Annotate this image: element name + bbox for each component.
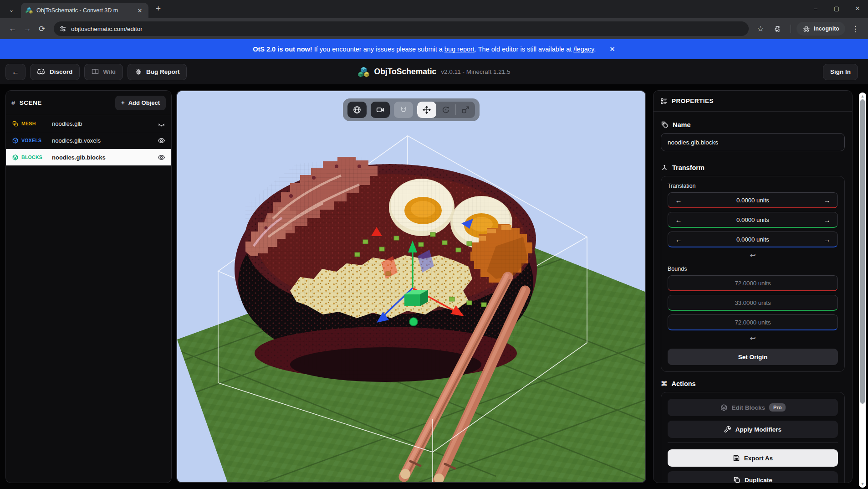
properties-body: Name Transform Translation ← 0.0000 unit… [654,112,852,483]
increment-arrow-icon[interactable]: → [817,216,837,224]
duplicate-button[interactable]: Duplicate [668,471,838,483]
translation-z-value[interactable]: 0.0000 units [689,236,817,243]
item-name: noodles.glb.voxels [52,137,158,144]
save-floppy-icon [733,454,740,462]
address-bar[interactable]: objtoschematic.com/editor [54,21,749,36]
properties-title: PROPERTIES [672,98,714,104]
bounds-x-field: 72.0000 units [668,275,838,291]
scene-item-mesh[interactable]: MESH noodles.glb [6,115,171,132]
divider [668,443,838,443]
bounds-z-value: 72.0000 units [668,319,837,326]
actions-card: Edit Blocks Pro Apply Modifiers Export A… [661,392,845,483]
scene-item-blocks[interactable]: BLOCKS noodles.glb.blocks [6,149,171,166]
magnet-icon [399,106,408,114]
browser-reload-icon[interactable]: ⟳ [35,21,49,36]
browser-tab[interactable]: ObjToSchematic - Convert 3D m ✕ [21,3,148,18]
export-as-button[interactable]: Export As [668,449,838,467]
scrollbar-down-icon[interactable]: ▼ [859,482,866,486]
eye-closed-icon[interactable] [158,120,165,128]
bug-report-link[interactable]: bug report [444,46,475,53]
eye-icon[interactable] [158,154,165,161]
name-label: Name [673,121,691,129]
scrollbar-thumb[interactable] [860,99,865,404]
tab-search-button[interactable]: ⌄ [5,3,18,16]
translation-label: Translation [668,183,838,189]
sign-in-button[interactable]: Sign In [823,64,858,80]
duplicate-label: Duplicate [745,477,772,484]
scene-panel: #SCENE +Add Object MESH noodles.glb VOXE… [5,90,172,483]
translation-x-value[interactable]: 0.0000 units [689,197,817,204]
extensions-puzzle-icon[interactable] [771,21,785,36]
bounds-y-field: 33.0000 units [668,295,838,311]
translation-y-value[interactable]: 0.0000 units [689,216,817,223]
bounds-label: Bounds [668,266,838,272]
edit-blocks-button[interactable]: Edit Blocks Pro [668,399,838,416]
bug-report-button[interactable]: Bug Report [128,64,187,80]
app-back-button[interactable]: ← [5,64,26,80]
translation-z-stepper: ← 0.0000 units → [668,232,838,247]
apply-modifiers-label: Apply Modifiers [735,426,781,433]
incognito-label: Incognito [814,26,839,32]
eye-icon[interactable] [158,137,165,144]
browser-back-icon[interactable]: ← [5,21,20,36]
decrement-arrow-icon[interactable]: ← [668,236,689,243]
translation-x-stepper: ← 0.0000 units → [668,192,838,208]
browser-menu-dots-icon[interactable]: ⋮ [848,21,863,36]
incognito-icon [802,26,810,32]
plus-icon: + [121,99,125,106]
3d-canvas[interactable] [177,91,646,483]
actions-section-header: ⌘ Actions [661,380,845,387]
banner-text-3: . [594,46,596,53]
viewport-toolbar [343,98,480,121]
window-controls: – ▢ ✕ [805,0,868,16]
app-logo [358,66,370,78]
scene-item-voxels[interactable]: VOXELS noodles.glb.voxels [6,132,171,149]
scrollbar[interactable]: ▲ ▼ [859,93,866,488]
transform-card: Translation ← 0.0000 units → ← 0.0000 un… [661,176,845,372]
reset-translation-icon[interactable]: ↩ [668,251,838,260]
decrement-arrow-icon[interactable]: ← [668,216,689,224]
bug-icon [135,68,142,76]
rotate-tool-button[interactable] [436,102,455,118]
bounds-z-field: 72.0000 units [668,314,838,330]
bookmark-star-icon[interactable]: ☆ [753,21,768,36]
browser-forward-icon[interactable]: → [20,21,35,36]
legacy-link[interactable]: /legacy [573,46,594,53]
increment-arrow-icon[interactable]: → [817,236,837,243]
reset-bounds-icon[interactable]: ↩ [668,334,838,343]
scrollbar-up-icon[interactable]: ▲ [859,94,866,98]
transform-axes-icon [661,164,668,171]
set-origin-button[interactable]: Set Origin [668,349,838,365]
add-object-button[interactable]: +Add Object [115,96,166,110]
hash-icon: # [11,99,15,107]
increment-arrow-icon[interactable]: → [817,196,837,204]
scale-tool-button[interactable] [456,102,475,118]
banner-text: If you encounter any issues please submi… [312,46,444,53]
window-close-icon[interactable]: ✕ [847,0,868,16]
window-maximize-icon[interactable]: ▢ [826,0,847,16]
new-tab-button[interactable]: + [156,4,161,14]
translation-y-stepper: ← 0.0000 units → [668,212,838,228]
decrement-arrow-icon[interactable]: ← [668,196,689,204]
site-settings-icon[interactable] [59,25,66,32]
tab-close-icon[interactable]: ✕ [136,6,144,15]
camera-button[interactable] [371,102,390,118]
move-tool-button[interactable] [417,102,436,118]
item-name: noodles.glb.blocks [52,154,158,161]
incognito-badge[interactable]: Incognito [797,22,845,36]
discord-button[interactable]: Discord [30,64,80,80]
snap-magnet-button[interactable] [394,102,413,118]
world-globe-button[interactable] [347,102,367,118]
banner-close-icon[interactable]: ✕ [609,45,615,53]
divider [791,25,791,33]
book-icon [92,68,99,75]
copy-icon [733,476,740,483]
apply-modifiers-button[interactable]: Apply Modifiers [668,421,838,438]
wiki-button[interactable]: Wiki [84,64,123,80]
site-favicon [26,7,33,14]
app-version: v2.0.11 - Minecraft 1.21.5 [441,68,510,75]
app-root: ⌄ ObjToSchematic - Convert 3D m ✕ + – ▢ … [0,0,868,489]
sign-in-label: Sign In [830,68,851,75]
object-name-input[interactable] [661,133,845,151]
window-minimize-icon[interactable]: – [805,0,826,16]
